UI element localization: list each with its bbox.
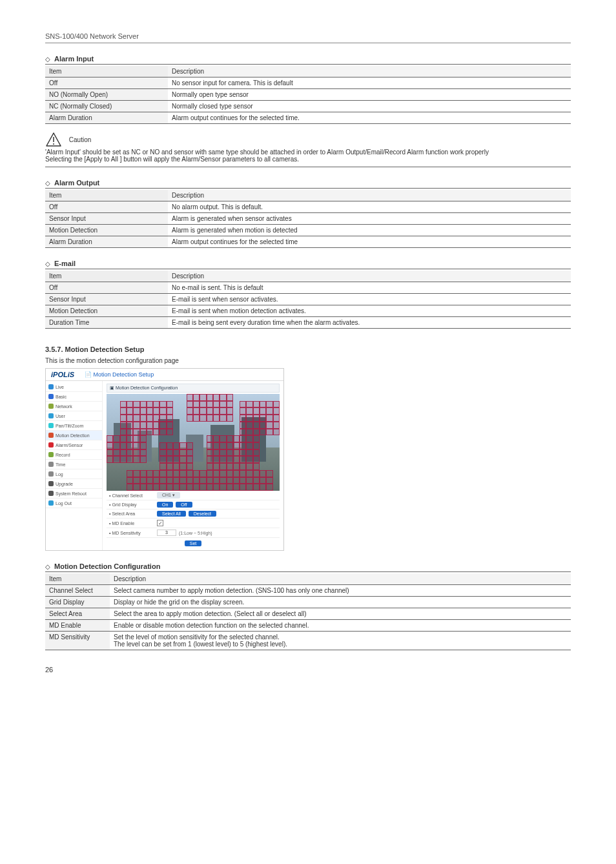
cell-label: Sensor Input: [45, 294, 168, 305]
nav-icon: [48, 462, 54, 467]
nav-item[interactable]: Log: [46, 469, 102, 479]
col-desc: Description: [168, 190, 571, 201]
select-area-label: • Select Area: [109, 511, 154, 516]
motion-detection-heading: 3.5.7. Motion Detection Setup: [45, 345, 571, 353]
cell-label: Sensor Input: [45, 213, 168, 225]
nav-item[interactable]: User: [46, 411, 102, 421]
nav-label: Time: [56, 462, 65, 467]
cell-label: NO (Normally Open): [45, 89, 168, 101]
section-title: Alarm Input: [54, 55, 94, 63]
col-item: Item: [45, 573, 110, 585]
md-enable-label: • MD Enable: [109, 521, 154, 526]
cell-label: Motion Detection: [45, 225, 168, 236]
diamond-icon: ◇: [45, 56, 50, 63]
nav-label: Alarm/Sensor: [56, 443, 83, 447]
cell-desc: No e-mail is sent. This is default: [168, 282, 571, 294]
cell-desc: Enable or disable motion detection funct…: [110, 620, 571, 632]
md-sensitivity-input[interactable]: 3: [157, 530, 176, 536]
select-all-button[interactable]: Select All: [157, 511, 186, 517]
cell-label: Grid Display: [45, 597, 110, 608]
channel-select-label: • Channel Select: [109, 493, 154, 498]
nav-icon: [48, 500, 54, 506]
cell-label: Off: [45, 77, 168, 89]
screenshot-header: iPOLiS 📄 Motion Detection Setup: [46, 369, 283, 381]
nav-label: Log: [56, 472, 63, 477]
grid-display-label: • Grid Display: [109, 502, 154, 507]
page-number: 26: [45, 666, 571, 674]
nav-icon: [48, 481, 54, 486]
nav-item[interactable]: System Reboot: [46, 489, 102, 499]
md-sensitivity-label: • MD Sensitivity: [109, 531, 154, 535]
ipolis-logo: iPOLiS: [46, 369, 79, 380]
screenshot-nav: LiveBasicNetworkUserPan/Tilt/ZoomMotion …: [46, 381, 103, 550]
cell-label: Select Area: [45, 608, 110, 620]
nav-item[interactable]: Network: [46, 402, 102, 411]
col-item: Item: [45, 190, 168, 201]
nav-label: Motion Detection: [56, 433, 90, 438]
grid-off-button[interactable]: Off: [176, 502, 192, 508]
deselect-button[interactable]: Deselect: [189, 511, 216, 517]
nav-icon: [48, 452, 54, 457]
cell-desc: Select camera number to apply motion det…: [110, 585, 571, 597]
nav-item[interactable]: Live: [46, 382, 102, 392]
table-email: Item Description OffNo e-mail is sent. T…: [45, 271, 571, 329]
section-md-config-header: ◇ Motion Detection Configuration: [45, 562, 571, 572]
nav-icon: [48, 491, 54, 496]
motion-detection-intro: This is the motion detection configurati…: [45, 357, 571, 364]
nav-icon: [48, 423, 54, 428]
nav-label: Pan/Tilt/Zoom: [56, 424, 83, 428]
nav-label: Log Out: [56, 501, 72, 506]
nav-item[interactable]: Log Out: [46, 499, 102, 508]
col-desc: Description: [168, 271, 571, 282]
cell-desc: E-mail is being sent every duration time…: [168, 317, 571, 329]
section-alarm-output-header: ◇ Alarm Output: [45, 179, 571, 189]
nav-item[interactable]: Alarm/Sensor: [46, 440, 102, 450]
cell-label: MD Sensitivity: [45, 632, 110, 650]
nav-item[interactable]: Motion Detection: [46, 431, 102, 440]
section-email-header: ◇ E-mail: [45, 260, 571, 269]
cell-desc: Display or hide the grid on the display …: [110, 597, 571, 608]
nav-icon: [48, 433, 54, 438]
nav-label: Network: [56, 404, 72, 409]
nav-item[interactable]: Time: [46, 460, 102, 469]
nav-icon: [48, 384, 54, 389]
cell-desc: No alarm output. This is default.: [168, 201, 571, 213]
section-alarm-input-header: ◇ Alarm Input: [45, 55, 571, 65]
screenshot-subtitle: ▣ Motion Detection Configuration: [107, 384, 280, 393]
set-button[interactable]: Set: [185, 540, 202, 546]
diamond-icon: ◇: [45, 260, 50, 267]
motion-preview-image[interactable]: [107, 394, 280, 491]
nav-item[interactable]: Basic: [46, 392, 102, 402]
nav-icon: [48, 413, 54, 418]
md-enable-checkbox[interactable]: ✓: [157, 520, 163, 526]
page: SNS-100/400 Network Server ◇ Alarm Input…: [0, 0, 616, 693]
col-item: Item: [45, 66, 168, 77]
diamond-icon: ◇: [45, 563, 50, 570]
nav-item[interactable]: Pan/Tilt/Zoom: [46, 421, 102, 431]
nav-label: System Reboot: [56, 491, 87, 496]
cell-label: Duration Time: [45, 317, 168, 329]
caution-text: 'Alarm Input' should be set as NC or NO …: [45, 149, 489, 156]
nav-label: User: [56, 414, 65, 418]
screenshot-title: 📄 Motion Detection Setup: [79, 369, 159, 380]
grid-on-button[interactable]: On: [157, 502, 173, 508]
channel-select-dropdown[interactable]: CH1 ▾: [157, 492, 180, 499]
nav-label: Live: [56, 385, 64, 389]
nav-item[interactable]: Record: [46, 450, 102, 460]
cell-label: MD Enable: [45, 620, 110, 632]
col-item: Item: [45, 271, 168, 282]
cell-label: Off: [45, 201, 168, 213]
diamond-icon: ◇: [45, 180, 50, 187]
section-title: Alarm Output: [54, 179, 99, 187]
cell-desc: No sensor input for camera. This is defa…: [168, 77, 571, 89]
cell-desc: Normally open type sensor: [168, 89, 571, 101]
cell-desc: Alarm output continues for the selected …: [168, 236, 571, 248]
cell-desc: E-mail is sent when sensor activates.: [168, 294, 571, 305]
caution-block: Caution 'Alarm Input' should be set as N…: [45, 129, 571, 167]
warning-icon: [45, 132, 62, 149]
cell-desc: Alarm is generated when motion is detect…: [168, 225, 571, 236]
nav-item[interactable]: Upgrade: [46, 479, 102, 489]
motion-detection-screenshot: iPOLiS 📄 Motion Detection Setup LiveBasi…: [45, 368, 284, 551]
nav-icon: [48, 442, 54, 447]
cell-desc: Set the level of motion sensitivity for …: [110, 632, 571, 650]
